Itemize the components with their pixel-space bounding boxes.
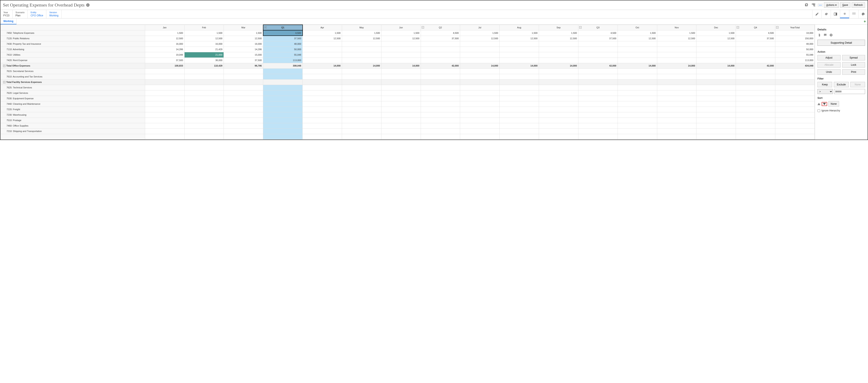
- cell[interactable]: [578, 47, 618, 52]
- cell[interactable]: [421, 118, 460, 123]
- cell[interactable]: [342, 47, 381, 52]
- cell[interactable]: 4,500: [578, 30, 618, 36]
- cell[interactable]: [421, 68, 460, 74]
- row-header[interactable]: 7610: Accounting and Tax Services: [1, 74, 145, 79]
- cell[interactable]: [657, 85, 696, 90]
- cell[interactable]: 37,500: [145, 58, 184, 63]
- cell[interactable]: [539, 101, 579, 107]
- cell[interactable]: 12,500: [224, 36, 263, 41]
- cell[interactable]: [421, 85, 460, 90]
- cell[interactable]: [421, 101, 460, 107]
- cell[interactable]: [145, 85, 184, 90]
- cell[interactable]: [342, 118, 381, 123]
- cell[interactable]: [460, 123, 499, 128]
- cell[interactable]: [303, 68, 342, 74]
- cell[interactable]: [421, 90, 460, 96]
- filter-value-input[interactable]: [834, 89, 865, 94]
- cell[interactable]: [775, 79, 814, 85]
- sort-desc-selected[interactable]: [822, 102, 827, 106]
- cell[interactable]: [224, 79, 263, 85]
- cell[interactable]: 14,000: [696, 63, 736, 68]
- cell[interactable]: [460, 52, 499, 58]
- cell[interactable]: [499, 101, 539, 107]
- supporting-detail-button[interactable]: Supporting Detail: [817, 40, 865, 46]
- data-grid[interactable]: JanFebMar−Q1AprMayJun−Q2JulAugSep−Q3OctN…: [0, 25, 815, 140]
- cell[interactable]: [499, 85, 539, 90]
- cell[interactable]: [342, 90, 381, 96]
- cell[interactable]: 42,000: [421, 63, 460, 68]
- cell[interactable]: [657, 107, 696, 112]
- cell[interactable]: 16,000: [145, 41, 184, 47]
- cell[interactable]: [145, 123, 184, 128]
- cell[interactable]: [145, 96, 184, 101]
- cell[interactable]: [342, 107, 381, 112]
- cell[interactable]: [303, 58, 342, 63]
- cell[interactable]: [618, 118, 657, 123]
- cell[interactable]: 12,500: [303, 36, 342, 41]
- cell[interactable]: 4,500: [263, 30, 303, 36]
- cell[interactable]: [381, 101, 421, 107]
- cell[interactable]: [303, 101, 342, 107]
- cell[interactable]: 1,500: [696, 30, 736, 36]
- cell[interactable]: 14,000: [303, 63, 342, 68]
- row-header[interactable]: 7230: Warehousing: [1, 112, 145, 118]
- more-icon[interactable]: [818, 4, 823, 6]
- cell[interactable]: [578, 74, 618, 79]
- cell[interactable]: [696, 123, 736, 128]
- cell[interactable]: 1,500: [145, 30, 184, 36]
- cell[interactable]: [499, 96, 539, 101]
- cell[interactable]: [618, 47, 657, 52]
- cell[interactable]: [342, 52, 381, 58]
- cell[interactable]: [381, 96, 421, 101]
- cell[interactable]: [696, 79, 736, 85]
- cell[interactable]: [657, 47, 696, 52]
- cell[interactable]: 12,500: [460, 36, 499, 41]
- cell[interactable]: [578, 96, 618, 101]
- cell[interactable]: [696, 112, 736, 118]
- cell[interactable]: [263, 107, 303, 112]
- cell[interactable]: [460, 68, 499, 74]
- col-header[interactable]: −YearTotal: [775, 25, 814, 30]
- cell[interactable]: [696, 90, 736, 96]
- cell[interactable]: [578, 101, 618, 107]
- col-header[interactable]: May: [342, 25, 381, 30]
- cell[interactable]: 12,500: [184, 36, 224, 41]
- row-header[interactable]: 7410: Utilities: [1, 52, 145, 58]
- cell[interactable]: [736, 47, 775, 52]
- cell[interactable]: [736, 112, 775, 118]
- cell[interactable]: 55,048: [263, 52, 303, 58]
- cell[interactable]: [775, 107, 814, 112]
- row-header[interactable]: 7450: Telephone Expenses: [1, 30, 145, 36]
- cell[interactable]: [657, 52, 696, 58]
- cell[interactable]: [224, 96, 263, 101]
- cell[interactable]: [184, 96, 224, 101]
- cell[interactable]: [539, 74, 579, 79]
- cell[interactable]: [381, 85, 421, 90]
- cell[interactable]: [578, 107, 618, 112]
- cell[interactable]: [657, 128, 696, 134]
- panel-icon[interactable]: [831, 10, 840, 18]
- col-header[interactable]: Apr: [303, 25, 342, 30]
- cell[interactable]: [381, 118, 421, 123]
- cell[interactable]: [184, 128, 224, 134]
- cell[interactable]: [539, 79, 579, 85]
- cell[interactable]: [184, 68, 224, 74]
- cell[interactable]: [618, 101, 657, 107]
- cell[interactable]: [736, 58, 775, 63]
- cell[interactable]: [421, 52, 460, 58]
- cell[interactable]: [224, 112, 263, 118]
- cell[interactable]: 1,500: [381, 30, 421, 36]
- cell[interactable]: [696, 74, 736, 79]
- cell[interactable]: 14,286: [145, 47, 184, 52]
- cell[interactable]: [381, 112, 421, 118]
- cell[interactable]: [145, 118, 184, 123]
- cell[interactable]: 18,000: [775, 30, 814, 36]
- cell[interactable]: [736, 101, 775, 107]
- pov-year[interactable]: Year FY23: [0, 10, 12, 18]
- row-header[interactable]: 7220: Freight: [1, 107, 145, 112]
- cell[interactable]: [421, 112, 460, 118]
- cell[interactable]: [618, 96, 657, 101]
- cell[interactable]: [145, 90, 184, 96]
- cell[interactable]: [618, 58, 657, 63]
- cell[interactable]: [736, 107, 775, 112]
